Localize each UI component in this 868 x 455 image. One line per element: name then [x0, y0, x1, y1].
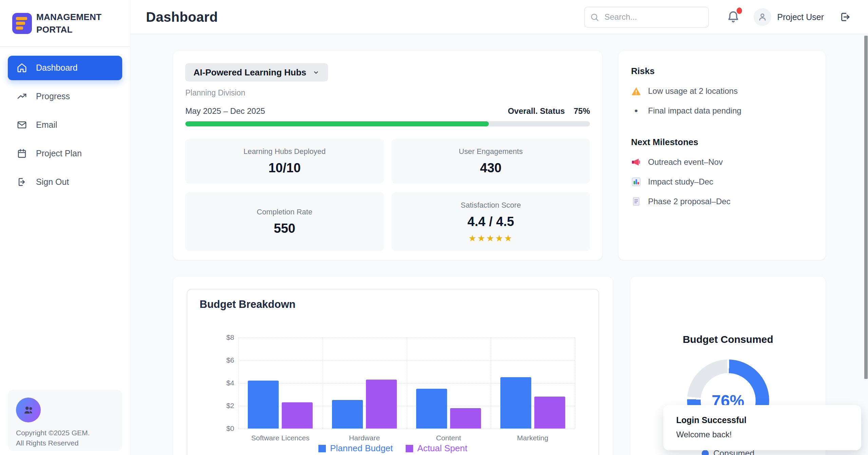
copyright: Copyright ©2025 GEM. All Rights Reserved — [16, 428, 114, 449]
project-date-range: May 2025 – Dec 2025 — [185, 106, 265, 116]
sidebar-item-dashboard[interactable]: Dashboard — [8, 56, 122, 80]
megaphone-icon — [631, 157, 641, 167]
sidebar-footer-card: Copyright ©2025 GEM. All Rights Reserved — [8, 390, 122, 451]
sidebar-item-email[interactable]: Email — [8, 113, 122, 137]
list-item-low-usage-at-2-locations: Low usage at 2 locations — [631, 86, 813, 96]
budget-breakdown-chart: Budget Breakdown Planned BudgetActual Sp… — [187, 289, 599, 455]
x-axis-label: Content — [407, 434, 491, 442]
list-item-text: Final impact data pending — [648, 106, 741, 116]
list-item-impact-study-dec: Impact study–Dec — [631, 177, 813, 187]
scrollbar-thumb[interactable] — [864, 36, 868, 379]
gridline — [575, 337, 575, 428]
risks-list: Low usage at 2 locations•Final impact da… — [631, 86, 813, 116]
bar-planned-budget-hardware — [332, 400, 363, 428]
y-axis-tick: $6 — [208, 356, 234, 364]
stat-label: Satisfaction Score — [461, 201, 521, 210]
list-item-text: Outreach event–Nov — [648, 157, 723, 167]
copyright-line2: All Rights Reserved — [16, 438, 114, 448]
sidebar-nav: DashboardProgressEmailProject PlanSign O… — [0, 47, 130, 194]
donut-legend-swatch — [702, 450, 709, 455]
sidebar-item-label: Dashboard — [36, 63, 77, 73]
gridline — [322, 337, 323, 428]
envelope-icon — [17, 120, 27, 130]
person-icon — [757, 12, 768, 22]
stat-card-learning-hubs-deployed: Learning Hubs Deployed10/10 — [185, 139, 384, 183]
budget-consumed-title: Budget Consumed — [630, 334, 826, 345]
milestones-title: Next Milestones — [631, 137, 813, 147]
bar-actual-spent-content — [450, 408, 481, 428]
team-avatar — [16, 398, 41, 422]
sidebar-item-progress[interactable]: Progress — [8, 84, 122, 109]
budget-breakdown-card: Budget Breakdown Planned BudgetActual Sp… — [173, 277, 613, 455]
copyright-line1: Copyright ©2025 GEM. — [16, 428, 114, 438]
stats-grid: Learning Hubs Deployed10/10User Engageme… — [185, 139, 590, 251]
stat-value: 430 — [480, 161, 501, 175]
calendar-icon — [17, 148, 27, 159]
list-item-final-impact-data-pending: •Final impact data pending — [631, 106, 813, 116]
gridline — [491, 337, 491, 428]
project-progress-track — [185, 121, 590, 126]
legend-item-planned-budget[interactable]: Planned Budget — [318, 443, 393, 454]
header: Dashboard Pr — [130, 0, 868, 34]
user-menu[interactable]: Project User — [754, 8, 824, 26]
notification-badge — [737, 7, 742, 14]
logout-button[interactable] — [839, 12, 850, 22]
project-selector[interactable]: AI-Powered Learning Hubs — [185, 63, 328, 82]
project-selector-label: AI-Powered Learning Hubs — [193, 67, 306, 78]
project-dates-row: May 2025 – Dec 2025 Overall. Status 75% — [185, 106, 590, 116]
bar-plot-area — [238, 337, 575, 428]
legend-swatch — [318, 445, 326, 452]
bar-planned-budget-software-licences — [248, 381, 279, 428]
list-item-text: Low usage at 2 locations — [648, 86, 738, 96]
risks-title: Risks — [631, 66, 813, 76]
bar-actual-spent-software-licences — [282, 402, 313, 428]
home-icon — [17, 63, 27, 73]
header-right: Project User — [584, 7, 850, 28]
bar-actual-spent-hardware — [366, 380, 397, 428]
page-title: Dashboard — [146, 10, 218, 25]
overall-status-value: 75% — [574, 106, 590, 116]
gridline — [238, 428, 575, 429]
bar-chart-icon — [631, 177, 641, 187]
stat-card-user-engagements: User Engagements430 — [392, 139, 590, 183]
sidebar-item-sign-out[interactable]: Sign Out — [8, 170, 122, 194]
scrollbar-track — [864, 0, 868, 455]
stat-value: 550 — [274, 221, 295, 236]
sign-out-icon — [17, 177, 27, 187]
document-icon — [631, 196, 641, 207]
x-axis-label: Software Licences — [238, 434, 322, 442]
overall-status-label: Overall. Status — [508, 106, 565, 116]
notifications-button[interactable] — [726, 10, 740, 24]
bullet-icon: • — [631, 106, 641, 116]
search-input[interactable] — [584, 7, 709, 28]
y-axis-tick: $0 — [208, 424, 234, 433]
logout-icon — [839, 12, 850, 22]
toast-title: Login Successful — [676, 415, 861, 425]
brand-line1: MANAGEMENT — [36, 11, 101, 23]
bar-chart-legend: Planned BudgetActual Spent — [187, 443, 598, 454]
search-box — [584, 7, 709, 28]
x-axis-label: Marketing — [491, 434, 575, 442]
stat-card-satisfaction-score: Satisfaction Score4.4 / 4.5★★★★★ — [392, 192, 590, 251]
x-axis-label: Hardware — [322, 434, 407, 442]
legend-item-actual-spent[interactable]: Actual Spent — [406, 443, 467, 454]
brand: MANAGEMENT PORTAL — [0, 0, 130, 36]
bar-planned-budget-content — [416, 389, 447, 428]
brand-logo-icon — [12, 13, 32, 34]
y-axis-tick: $8 — [208, 333, 234, 342]
toast-body: Welcome back! — [676, 430, 861, 439]
sidebar-item-label: Progress — [36, 91, 70, 101]
user-name: Project User — [777, 12, 824, 22]
sidebar-item-project-plan[interactable]: Project Plan — [8, 141, 122, 166]
y-axis-tick: $4 — [208, 379, 234, 387]
bar-actual-spent-marketing — [534, 397, 565, 428]
stat-value: 4.4 / 4.5 — [467, 214, 514, 229]
star-rating: ★★★★★ — [468, 234, 513, 243]
list-item-text: Impact study–Dec — [648, 177, 713, 187]
trending-up-icon — [17, 91, 27, 102]
stat-value: 10/10 — [269, 161, 301, 175]
list-item-text: Phase 2 proposal–Dec — [648, 197, 731, 206]
stat-label: User Engagements — [459, 147, 523, 156]
sidebar-item-label: Email — [36, 120, 57, 130]
y-axis-tick: $2 — [208, 402, 234, 410]
